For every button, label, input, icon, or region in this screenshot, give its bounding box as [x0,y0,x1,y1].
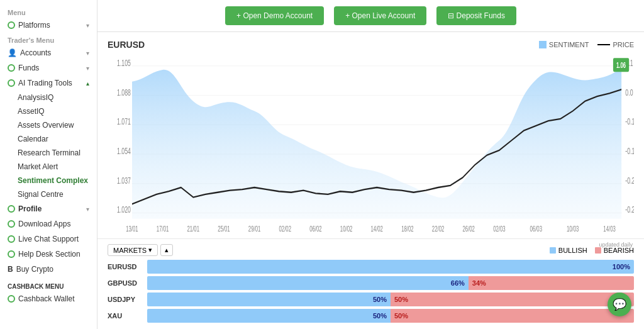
sentiment-row: USDJPY50%50% [108,293,634,306]
svg-text:-0.1: -0.1 [625,116,634,126]
svg-text:02/02: 02/02 [279,225,292,233]
cashback-section-label: CASHBACK MENU [0,279,97,291]
svg-text:25/01: 25/01 [218,225,230,233]
svg-text:-0.1: -0.1 [625,146,634,156]
svg-text:29/01: 29/01 [248,225,261,233]
chevron-down-icon: ▾ [86,206,89,213]
svg-text:-0.2: -0.2 [625,176,634,186]
sidebar-item-funds[interactable]: Funds ▾ [0,60,97,75]
crypto-icon: B [8,265,13,274]
chat-icon [8,235,15,243]
sentiment-symbol-label: XAU [108,312,142,320]
eurusd-chart: 1.105 1.088 1.071 1.054 1.037 1.020 0.1 … [108,52,634,238]
sidebar-sub-research-terminal[interactable]: Research Terminal [0,146,97,160]
profile-icon [8,205,15,213]
price-legend-label: PRICE [613,41,634,48]
bull-bar: 50% [147,293,391,306]
svg-text:0.0: 0.0 [625,87,633,97]
cashback-icon [8,295,15,303]
sidebar-item-download-apps[interactable]: Download Apps [0,216,97,231]
svg-text:14/03: 14/03 [603,225,616,233]
bull-bar: 100% [147,260,634,274]
sidebar-sub-signal-centre[interactable]: Signal Centre [0,187,97,201]
sentiment-bar-wrap: 50%50% [147,309,634,323]
svg-text:1.037: 1.037 [117,176,131,186]
bullish-icon [550,247,556,254]
sidebar-item-profile[interactable]: Profile ▾ [0,201,97,216]
chart-title: EURUSD [108,40,145,50]
svg-text:1.105: 1.105 [117,58,131,68]
sidebar: Menu Platforms ▾ Trader's Menu 👤 Account… [0,0,97,329]
traders-menu-label: Trader's Menu [0,33,97,45]
help-icon [8,250,15,258]
download-icon [8,220,15,228]
main-content: + Open Demo Account + Open Live Account … [97,0,644,329]
sentiment-row: XAU50%50% [108,309,634,323]
deposit-funds-button[interactable]: ⊟ Deposit Funds [436,6,516,25]
svg-text:14/02: 14/02 [371,225,384,233]
accounts-icon: 👤 [8,48,17,57]
svg-text:-0.2: -0.2 [625,204,634,215]
sentiment-legend-icon [539,41,547,48]
sentiment-symbol-label: GBPUSD [108,279,142,287]
sidebar-item-ai-trading[interactable]: AI Trading Tools ▴ [0,75,97,91]
open-live-account-button[interactable]: + Open Live Account [334,6,426,25]
bear-bar: 34% [469,276,634,290]
updated-daily-text: updated daily [108,242,634,248]
svg-text:06/02: 06/02 [309,225,322,233]
chart-section: EURUSD SENTIMENT PRICE [97,32,644,238]
sidebar-item-live-chat[interactable]: Live Chat Support [0,231,97,247]
svg-text:02/03: 02/03 [493,225,506,233]
price-legend-icon [597,44,610,45]
svg-text:21/01: 21/01 [187,225,200,233]
sentiment-bars: EURUSD100%GBPUSD66%34%USDJPY50%50%XAU50%… [108,260,634,323]
svg-text:1.071: 1.071 [117,116,131,126]
sentiment-symbol-label: USDJPY [108,296,142,303]
sentiment-section: MARKETS ▾ ▴ BULLISH BEARISH EURUSD100%GB… [97,238,644,329]
sidebar-item-accounts[interactable]: 👤 Accounts ▾ [0,45,97,60]
sidebar-sub-assetiq[interactable]: AssetIQ [0,104,97,118]
sentiment-row: GBPUSD66%34% [108,276,634,290]
bull-bar: 50% [147,309,391,323]
chart-legend: SENTIMENT PRICE [539,41,634,48]
sidebar-sub-sentiment-complex[interactable]: Sentiment Complex [0,174,97,187]
sidebar-sub-analysisiq[interactable]: AnalysisIQ [0,91,97,104]
sidebar-sub-calendar[interactable]: Calendar [0,132,97,146]
menu-section-label: Menu [0,5,97,18]
sidebar-sub-assets-overview[interactable]: Assets Overview [0,118,97,132]
chat-fab-button[interactable]: 💬 [608,293,631,316]
chevron-up-icon: ▴ [86,80,89,87]
svg-text:18/02: 18/02 [401,225,414,233]
svg-text:06/03: 06/03 [530,225,543,233]
ai-trading-icon [8,79,15,87]
bearish-icon [595,247,601,254]
sentiment-legend-item: SENTIMENT [539,41,589,48]
sentiment-row: EURUSD100% [108,260,634,274]
price-legend-item: PRICE [597,41,634,48]
sidebar-item-cashback-wallet[interactable]: Cashback Wallet [0,291,97,306]
svg-text:1.020: 1.020 [117,204,131,215]
chevron-down-icon: ▾ [86,22,89,29]
platforms-icon [8,21,15,29]
sentiment-bar-wrap: 100% [147,260,634,274]
svg-text:1.088: 1.088 [117,87,131,97]
sidebar-item-buy-crypto[interactable]: B Buy Crypto [0,262,97,277]
sentiment-bar-wrap: 50%50% [147,293,634,306]
sentiment-symbol-label: EURUSD [108,263,142,270]
svg-text:1.054: 1.054 [117,146,131,156]
top-bar: + Open Demo Account + Open Live Account … [97,0,644,32]
bear-bar: 50% [391,293,634,306]
sentiment-legend-label: SENTIMENT [549,41,589,48]
sidebar-item-help-desk[interactable]: Help Desk Section [0,247,97,262]
svg-text:13/01: 13/01 [126,225,138,233]
bear-bar: 50% [391,309,634,323]
svg-text:22/02: 22/02 [432,225,445,233]
sidebar-sub-market-alert[interactable]: Market Alert [0,160,97,174]
svg-text:17/01: 17/01 [157,225,169,233]
svg-text:1.06: 1.06 [616,61,626,69]
chevron-down-icon: ▾ [86,65,89,72]
svg-text:10/02: 10/02 [340,225,353,233]
open-demo-account-button[interactable]: + Open Demo Account [225,6,324,25]
sidebar-item-platforms[interactable]: Platforms ▾ [0,18,97,33]
sentiment-bar-wrap: 66%34% [147,276,634,290]
